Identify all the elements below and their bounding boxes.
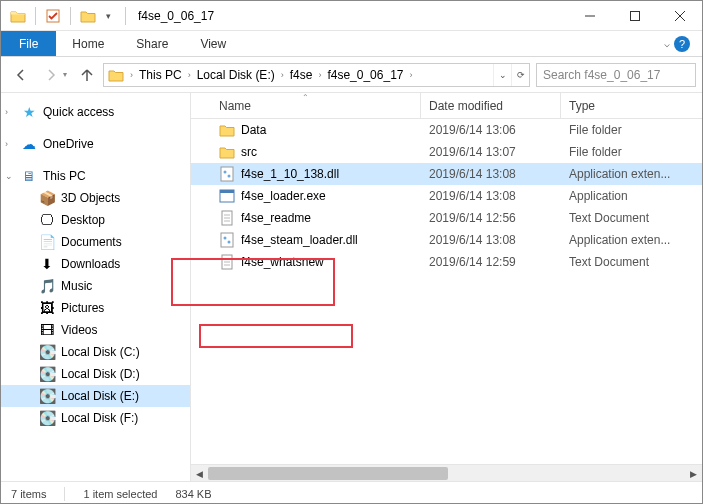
tab-home[interactable]: Home [56,31,120,56]
file-name: f4se_loader.exe [241,189,326,203]
svg-rect-2 [630,11,639,20]
maximize-button[interactable] [612,1,657,31]
nav-icon: 💽 [39,410,55,426]
address-folder-icon [104,64,128,86]
nav-sub-item[interactable]: 💽Local Disk (E:) [1,385,190,407]
breadcrumb-item[interactable]: f4se_0_06_17 [323,64,407,86]
file-row[interactable]: f4se_readme2019/6/14 12:56Text Document [191,207,702,229]
window-controls [567,1,702,31]
scroll-right-icon[interactable]: ▶ [685,465,702,481]
file-type: Application exten... [561,233,702,247]
breadcrumb-item[interactable]: Local Disk (E:) [193,64,279,86]
chevron-right-icon[interactable]: › [186,70,193,80]
tab-file[interactable]: File [1,31,56,56]
chevron-right-icon[interactable]: › [5,107,15,117]
nav-icon: 💽 [39,344,55,360]
nav-sub-item[interactable]: 🎞Videos [1,319,190,341]
nav-sub-item[interactable]: 💽Local Disk (F:) [1,407,190,429]
nav-sub-item[interactable]: 📦3D Objects [1,187,190,209]
nav-icon: 🖼 [39,300,55,316]
nav-icon: 📦 [39,190,55,206]
quick-access-toolbar: ▾ [1,5,121,27]
star-icon: ★ [21,104,37,120]
nav-sub-item[interactable]: 💽Local Disk (D:) [1,363,190,385]
chevron-right-icon[interactable]: › [5,139,15,149]
nav-label: Local Disk (F:) [61,411,138,425]
chevron-right-icon[interactable]: › [316,70,323,80]
file-row[interactable]: f4se_1_10_138.dll2019/6/14 13:08Applicat… [191,163,702,185]
file-type: File folder [561,145,702,159]
folder-icon [7,5,29,27]
svg-point-16 [228,241,231,244]
breadcrumb-item[interactable]: This PC [135,64,186,86]
breadcrumb-item[interactable]: f4se [286,64,317,86]
file-row[interactable]: f4se_steam_loader.dll2019/6/14 13:08Appl… [191,229,702,251]
file-row[interactable]: src2019/6/14 13:07File folder [191,141,702,163]
file-date: 2019/6/14 13:07 [421,145,561,159]
forward-button[interactable] [37,61,65,89]
pc-icon: 🖥 [21,168,37,184]
horizontal-scrollbar[interactable]: ◀ ▶ [191,464,702,481]
file-row[interactable]: f4se_loader.exe2019/6/14 13:08Applicatio… [191,185,702,207]
column-date[interactable]: Date modified [421,93,561,118]
tab-share[interactable]: Share [120,31,184,56]
up-button[interactable] [73,61,101,89]
column-type[interactable]: Type [561,93,702,118]
file-name: f4se_whatsnew [241,255,324,269]
history-dropdown-icon[interactable]: ▾ [63,70,67,79]
file-name: f4se_readme [241,211,311,225]
search-input[interactable]: Search f4se_0_06_17 [536,63,696,87]
tab-view[interactable]: View [184,31,242,56]
file-list[interactable]: Data2019/6/14 13:06File foldersrc2019/6/… [191,119,702,464]
status-bar: 7 items 1 item selected 834 KB [1,481,702,504]
file-row[interactable]: f4se_whatsnew2019/6/14 12:59Text Documen… [191,251,702,273]
nav-this-pc[interactable]: ⌄🖥This PC [1,165,190,187]
nav-sub-item[interactable]: 🎵Music [1,275,190,297]
nav-sub-item[interactable]: ⬇Downloads [1,253,190,275]
file-date: 2019/6/14 13:08 [421,233,561,247]
nav-icon: 🎵 [39,278,55,294]
column-name[interactable]: ⌃Name [191,93,421,118]
file-row[interactable]: Data2019/6/14 13:06File folder [191,119,702,141]
file-type: Text Document [561,211,702,225]
back-button[interactable] [7,61,35,89]
nav-onedrive[interactable]: ›☁OneDrive [1,133,190,155]
file-name: f4se_1_10_138.dll [241,167,339,181]
navigation-pane: ›★Quick access ›☁OneDrive ⌄🖥This PC 📦3D … [1,93,191,481]
scroll-thumb[interactable] [208,467,448,480]
cloud-icon: ☁ [21,136,37,152]
file-date: 2019/6/14 12:56 [421,211,561,225]
nav-icon: ⬇ [39,256,55,272]
file-date: 2019/6/14 12:59 [421,255,561,269]
refresh-icon[interactable]: ⟳ [511,64,529,86]
nav-sub-item[interactable]: 💽Local Disk (C:) [1,341,190,363]
nav-icon: 📄 [39,234,55,250]
nav-label: Desktop [61,213,105,227]
nav-sub-item[interactable]: 📄Documents [1,231,190,253]
qat-checkbox-icon[interactable] [42,5,64,27]
status-count: 7 items [11,488,46,500]
chevron-right-icon[interactable]: › [128,70,135,80]
qat-dropdown-icon[interactable]: ▾ [101,5,115,27]
nav-sub-item[interactable]: 🖼Pictures [1,297,190,319]
scroll-left-icon[interactable]: ◀ [191,465,208,481]
chevron-down-icon[interactable]: ⌄ [5,171,15,181]
file-type: Text Document [561,255,702,269]
address-dropdown-icon[interactable]: ⌄ [493,64,511,86]
svg-point-6 [224,171,227,174]
close-button[interactable] [657,1,702,31]
chevron-right-icon[interactable]: › [279,70,286,80]
file-icon [219,188,235,204]
ribbon-expand-icon[interactable]: ⌵ [664,38,670,49]
nav-label: Documents [61,235,122,249]
minimize-button[interactable] [567,1,612,31]
navigation-bar: ▾ › This PC › Local Disk (E:) › f4se › f… [1,57,702,93]
nav-label: Local Disk (D:) [61,367,140,381]
help-icon[interactable]: ? [674,36,690,52]
qat-folder-icon[interactable] [77,5,99,27]
nav-quick-access[interactable]: ›★Quick access [1,101,190,123]
nav-sub-item[interactable]: 🖵Desktop [1,209,190,231]
address-bar[interactable]: › This PC › Local Disk (E:) › f4se › f4s… [103,63,530,87]
chevron-right-icon[interactable]: › [407,70,414,80]
search-placeholder: Search f4se_0_06_17 [543,68,660,82]
